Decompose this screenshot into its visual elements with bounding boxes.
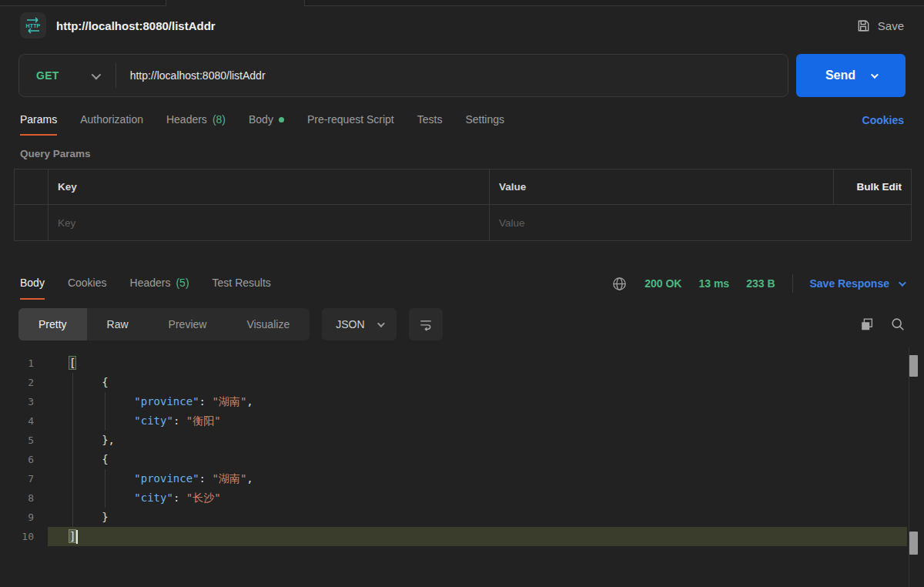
tab-label: Body	[249, 113, 273, 126]
http-request-icon: HTTP	[20, 12, 46, 39]
request-tabs: Params Authorization Headers (8) Body Pr…	[0, 105, 924, 136]
code-lines: 1[2 {3 "province": "湖南",4 "city": "衡阳"5 …	[0, 347, 924, 546]
tab-label: Params	[20, 113, 57, 126]
response-actions	[859, 317, 906, 332]
wrap-text-icon	[418, 317, 434, 332]
save-response-button[interactable]: Save Response	[810, 277, 905, 290]
tab-label: Tests	[417, 113, 443, 126]
wrap-text-button[interactable]	[409, 308, 443, 340]
divider	[792, 274, 793, 293]
query-params-empty-row	[15, 205, 911, 240]
response-tab-body[interactable]: Body	[20, 267, 45, 300]
request-title: http://localhost:8080/listAddr	[56, 19, 216, 32]
send-button[interactable]: Send	[796, 54, 906, 97]
svg-text:HTTP: HTTP	[26, 22, 41, 29]
tab-settings[interactable]: Settings	[465, 105, 504, 136]
response-tabs: Body Cookies Headers (5) Test Results 20…	[0, 267, 924, 300]
param-value-input[interactable]	[499, 217, 825, 229]
param-key-input[interactable]	[58, 217, 480, 229]
scrollbar-thumb[interactable]	[909, 532, 918, 555]
tab-headers[interactable]: Headers (8)	[166, 105, 226, 136]
code-line: 10]	[0, 527, 924, 546]
scrollbar-thumb[interactable]	[909, 355, 918, 377]
code-line: 2 {	[0, 373, 924, 392]
url-input[interactable]	[116, 69, 788, 82]
active-request-tab-edge	[166, 0, 305, 6]
view-mode-visualize[interactable]: Visualize	[226, 308, 310, 340]
save-response-label: Save Response	[810, 277, 890, 290]
request-bar: GET Send	[0, 54, 924, 97]
response-time[interactable]: 13 ms	[698, 277, 729, 290]
http-arrows-icon: HTTP	[24, 16, 42, 35]
response-view-bar: Pretty Raw Preview Visualize JSON	[0, 307, 924, 341]
tab-label: Headers	[130, 277, 171, 289]
tab-pre-request-script[interactable]: Pre-request Script	[307, 105, 394, 136]
view-mode-preview[interactable]: Preview	[149, 308, 227, 340]
response-tab-headers[interactable]: Headers (5)	[130, 267, 189, 300]
cookies-link[interactable]: Cookies	[862, 105, 904, 136]
code-line: 6 {	[0, 450, 924, 469]
copy-button[interactable]	[859, 317, 875, 332]
method-label: GET	[36, 69, 59, 82]
save-label: Save	[878, 19, 904, 32]
url-box: GET	[18, 54, 788, 97]
code-line: 7 "province": "湖南",	[0, 469, 924, 488]
method-select[interactable]: GET	[19, 69, 116, 82]
chevron-down-icon	[91, 69, 101, 79]
tab-authorization[interactable]: Authorization	[80, 105, 143, 136]
row-handle-cell	[15, 205, 49, 240]
code-line: 1[	[0, 354, 924, 373]
headers-count-badge: (8)	[213, 113, 226, 126]
response-headers-count-badge: (5)	[176, 277, 189, 289]
bulk-edit-button[interactable]: Bulk Edit	[856, 181, 902, 193]
code-line: 5 },	[0, 431, 924, 450]
body-modified-dot	[279, 117, 284, 122]
network-globe-icon[interactable]	[611, 276, 628, 292]
code-line: 9 }	[0, 508, 924, 527]
query-params-header-row: Key Value Bulk Edit	[15, 169, 911, 205]
code-line: 4 "city": "衡阳"	[0, 411, 924, 431]
response-body-editor[interactable]: 1[2 {3 "province": "湖南",4 "city": "衡阳"5 …	[0, 347, 924, 587]
status-badge[interactable]: 200 OK	[644, 277, 681, 290]
language-label: JSON	[336, 318, 364, 330]
chevron-down-icon	[899, 279, 906, 287]
view-mode-switch: Pretty Raw Preview Visualize	[18, 308, 310, 340]
code-line: 8 "city": "长沙"	[0, 488, 924, 508]
chevron-down-icon	[377, 320, 384, 327]
view-mode-raw[interactable]: Raw	[87, 308, 149, 340]
tab-label: Pre-request Script	[307, 113, 394, 126]
tab-tests[interactable]: Tests	[417, 105, 443, 136]
tab-label: Body	[20, 277, 45, 289]
tab-label: Headers	[166, 113, 207, 126]
tab-label: Cookies	[68, 277, 107, 289]
query-params-table: Key Value Bulk Edit	[14, 169, 912, 241]
query-params-title: Query Params	[0, 136, 924, 169]
language-select[interactable]: JSON	[322, 308, 396, 340]
code-line: 3 "province": "湖南",	[0, 392, 924, 411]
save-button[interactable]: Save	[856, 18, 904, 33]
view-mode-pretty[interactable]: Pretty	[18, 308, 87, 340]
tab-label: Settings	[465, 113, 504, 126]
value-column-header: Value	[490, 169, 834, 204]
search-button[interactable]	[890, 317, 906, 332]
response-tab-cookies[interactable]: Cookies	[68, 267, 107, 300]
chevron-down-icon	[871, 71, 879, 79]
row-handle-cell	[15, 169, 49, 204]
app-tab-bar	[0, 0, 924, 6]
response-size[interactable]: 233 B	[746, 277, 775, 290]
response-tab-test-results[interactable]: Test Results	[213, 267, 271, 300]
save-icon	[856, 18, 871, 33]
copy-icon	[859, 317, 875, 332]
tab-body[interactable]: Body	[249, 105, 284, 136]
send-label: Send	[825, 69, 855, 82]
search-icon	[890, 317, 906, 332]
tab-label: Test Results	[213, 277, 271, 289]
tab-params[interactable]: Params	[20, 105, 57, 136]
response-meta: 200 OK 13 ms 233 B Save Response	[611, 267, 904, 300]
request-header: HTTP http://localhost:8080/listAddr Save	[0, 6, 924, 45]
key-column-header: Key	[49, 169, 490, 204]
tab-label: Authorization	[80, 113, 143, 126]
